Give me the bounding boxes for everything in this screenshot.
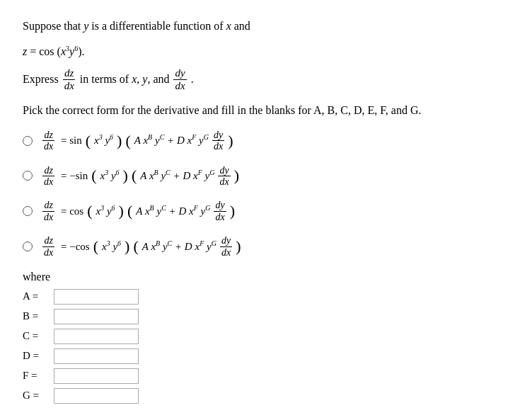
- opt1-dydx: dy dx: [212, 130, 224, 152]
- var-row-A: A =: [23, 289, 509, 305]
- var-input-A[interactable]: [54, 289, 139, 305]
- var-row-G: G =: [23, 388, 509, 404]
- var-row-B: B =: [23, 309, 509, 324]
- opt4-dzdx: dz dx: [42, 235, 54, 258]
- dy-dx-frac: dy dx: [173, 67, 186, 91]
- option-3-expr: dz dx = cos ( x3 y6 ) ( A xB yC + D xF y…: [42, 200, 235, 222]
- radio-option-3[interactable]: [23, 206, 33, 216]
- var-input-C[interactable]: [54, 329, 139, 344]
- var-label-A: A =: [23, 290, 48, 302]
- opt3-dydx: dy dx: [214, 200, 226, 222]
- option-3-row: dz dx = cos ( x3 y6 ) ( A xB yC + D xF y…: [23, 200, 509, 222]
- opt2-sign: = −sin: [58, 170, 88, 182]
- z-equation: z = cos (x3y6).: [23, 42, 509, 61]
- var-row-D: D =: [23, 348, 509, 364]
- radio-option-1[interactable]: [23, 136, 33, 146]
- opt2-dzdx: dz dx: [42, 165, 54, 188]
- where-label: where: [23, 271, 509, 283]
- var-row-F: F =: [23, 368, 509, 384]
- option-2-row: dz dx = −sin ( x3 y6 ) ( A xB yC + D xF …: [23, 165, 509, 188]
- opt4-sign: = −cos: [58, 241, 89, 253]
- radio-option-4[interactable]: [23, 242, 33, 251]
- express-line: Express dz dx in terms of x, y, and dy d…: [23, 67, 509, 91]
- express-middle: in terms of x, y, and: [80, 70, 170, 89]
- dz-dx-frac: dz dx: [63, 67, 76, 91]
- var-label-D: D =: [23, 350, 48, 362]
- option-4-expr: dz dx = −cos ( x3 y6 ) ( A xB yC + D xF …: [42, 235, 241, 258]
- var-input-G[interactable]: [54, 388, 139, 404]
- var-input-B[interactable]: [54, 309, 139, 324]
- pick-line: Pick the correct form for the derivative…: [23, 101, 509, 120]
- opt3-sign: = cos: [58, 205, 83, 217]
- express-prefix: Express: [23, 70, 59, 89]
- var-input-D[interactable]: [54, 348, 139, 364]
- intro-line1: Suppose that y is a differentiable funct…: [23, 17, 509, 35]
- var-row-C: C =: [23, 329, 509, 344]
- opt2-dydx: dy dx: [218, 165, 230, 188]
- var-label-F: F =: [23, 370, 48, 382]
- option-1-row: dz dx = sin ( x3 y6 ) ( A xB yC + D xF y…: [23, 130, 509, 152]
- var-label-G: G =: [23, 390, 48, 402]
- opt4-dydx: dy dx: [220, 235, 232, 258]
- option-1-expr: dz dx = sin ( x3 y6 ) ( A xB yC + D xF y…: [42, 130, 233, 152]
- radio-options: dz dx = sin ( x3 y6 ) ( A xB yC + D xF y…: [23, 130, 509, 258]
- option-2-expr: dz dx = −sin ( x3 y6 ) ( A xB yC + D xF …: [42, 165, 239, 188]
- var-label-C: C =: [23, 330, 48, 342]
- opt1-sign: = sin: [58, 135, 81, 147]
- option-4-row: dz dx = −cos ( x3 y6 ) ( A xB yC + D xF …: [23, 235, 509, 258]
- express-suffix: .: [191, 70, 194, 89]
- opt1-dzdx: dz dx: [42, 130, 54, 152]
- var-input-F[interactable]: [54, 368, 139, 384]
- radio-option-2[interactable]: [23, 171, 33, 181]
- opt3-dzdx: dz dx: [42, 200, 54, 222]
- var-label-B: B =: [23, 310, 48, 322]
- where-section: where A = B = C = D = F = G =: [23, 271, 509, 404]
